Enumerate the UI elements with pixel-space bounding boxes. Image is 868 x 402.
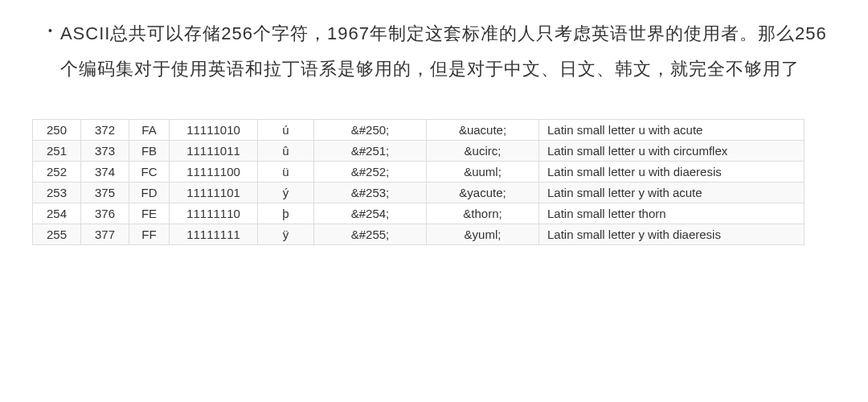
cell-binary: 11111010: [170, 120, 258, 141]
cell-decimal: 252: [33, 162, 81, 183]
cell-named-ref: &uuml;: [427, 162, 539, 183]
cell-numeric-ref: &#255;: [314, 224, 427, 245]
cell-binary: 11111111: [170, 224, 258, 245]
cell-numeric-ref: &#253;: [314, 183, 427, 203]
cell-binary: 11111100: [170, 162, 258, 183]
table-row: 250 372 FA 11111010 ú &#250; &uacute; La…: [33, 120, 805, 141]
cell-decimal: 254: [33, 203, 81, 224]
cell-named-ref: &yacute;: [427, 183, 539, 203]
table-row: 254 376 FE 11111110 þ &#254; &thorn; Lat…: [33, 203, 805, 224]
cell-octal: 373: [81, 141, 129, 162]
bullet-text: ASCII总共可以存储256个字符，1967年制定这套标准的人只考虑英语世界的使…: [60, 16, 836, 87]
cell-decimal: 250: [33, 120, 81, 141]
bullet-item: • ASCII总共可以存储256个字符，1967年制定这套标准的人只考虑英语世界…: [32, 16, 836, 87]
cell-description: Latin small letter u with diaeresis: [539, 162, 805, 183]
cell-description: Latin small letter y with acute: [539, 183, 805, 203]
cell-binary: 11111101: [170, 183, 258, 203]
cell-char: þ: [258, 203, 314, 224]
cell-numeric-ref: &#254;: [314, 203, 427, 224]
cell-description: Latin small letter thorn: [539, 203, 805, 224]
cell-hex: FE: [129, 203, 170, 224]
cell-hex: FF: [129, 224, 170, 245]
cell-octal: 377: [81, 224, 129, 245]
bullet-marker: •: [48, 24, 52, 37]
cell-binary: 11111110: [170, 203, 258, 224]
cell-hex: FC: [129, 162, 170, 183]
ascii-table: 250 372 FA 11111010 ú &#250; &uacute; La…: [32, 119, 805, 245]
cell-binary: 11111011: [170, 141, 258, 162]
cell-description: Latin small letter y with diaeresis: [539, 224, 805, 245]
cell-decimal: 253: [33, 183, 81, 203]
cell-hex: FB: [129, 141, 170, 162]
table-row: 251 373 FB 11111011 û &#251; &ucirc; Lat…: [33, 141, 805, 162]
table-row: 252 374 FC 11111100 ü &#252; &uuml; Lati…: [33, 162, 805, 183]
cell-hex: FA: [129, 120, 170, 141]
cell-named-ref: &thorn;: [427, 203, 539, 224]
cell-octal: 376: [81, 203, 129, 224]
cell-named-ref: &yuml;: [427, 224, 539, 245]
cell-octal: 375: [81, 183, 129, 203]
cell-named-ref: &uacute;: [427, 120, 539, 141]
cell-char: ý: [258, 183, 314, 203]
cell-hex: FD: [129, 183, 170, 203]
cell-named-ref: &ucirc;: [427, 141, 539, 162]
cell-octal: 374: [81, 162, 129, 183]
cell-description: Latin small letter u with circumflex: [539, 141, 805, 162]
cell-decimal: 255: [33, 224, 81, 245]
cell-char: ú: [258, 120, 314, 141]
document-content: • ASCII总共可以存储256个字符，1967年制定这套标准的人只考虑英语世界…: [32, 16, 836, 245]
cell-char: ÿ: [258, 224, 314, 245]
table-row: 255 377 FF 11111111 ÿ &#255; &yuml; Lati…: [33, 224, 805, 245]
cell-char: ü: [258, 162, 314, 183]
cell-decimal: 251: [33, 141, 81, 162]
cell-octal: 372: [81, 120, 129, 141]
cell-char: û: [258, 141, 314, 162]
cell-description: Latin small letter u with acute: [539, 120, 805, 141]
ascii-table-body: 250 372 FA 11111010 ú &#250; &uacute; La…: [33, 120, 805, 245]
cell-numeric-ref: &#251;: [314, 141, 427, 162]
cell-numeric-ref: &#250;: [314, 120, 427, 141]
table-row: 253 375 FD 11111101 ý &#253; &yacute; La…: [33, 183, 805, 203]
cell-numeric-ref: &#252;: [314, 162, 427, 183]
